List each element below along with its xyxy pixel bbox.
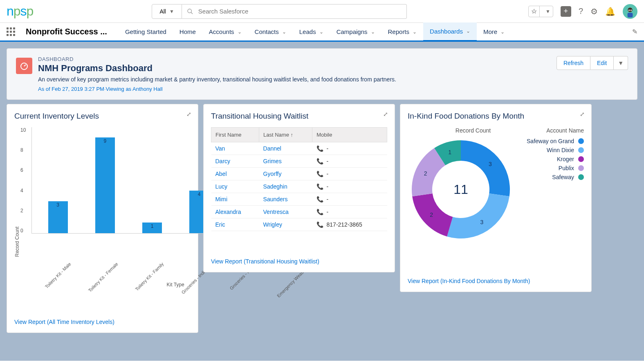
first-name-cell[interactable]: Alexandra [211,206,259,218]
first-name-cell[interactable]: Van [211,142,259,155]
logo: npsp [7,4,33,19]
bar[interactable]: 9 [95,137,115,233]
dashboard-header: DASHBOARD NMH Programs Dashboard An over… [7,48,637,100]
svg-text:1: 1 [448,149,451,155]
svg-text:3: 3 [480,219,483,225]
favorites-button[interactable]: ☆▼ [528,6,553,17]
phone-icon: 📞 [316,145,323,152]
svg-point-0 [188,9,191,13]
bell-icon[interactable]: 🔔 [605,7,615,16]
search-filter-dropdown[interactable]: All▼ [152,4,182,19]
view-report-link[interactable]: View Report (In-Kind Food Donations By M… [408,278,530,284]
search-input[interactable] [198,8,402,15]
bar[interactable]: 3 [48,201,68,233]
expand-icon[interactable]: ⤢ [186,111,191,117]
cards-row: ⤢ Current Inventory Levels Record Count … [7,104,637,333]
nav-item-leads[interactable]: Leads⌄ [293,22,330,41]
nav-item-contacts[interactable]: Contacts⌄ [248,22,293,41]
mobile-cell[interactable]: 📞 817-212-3865 [312,218,387,231]
donut-chart: 33221 11 [408,136,514,243]
mobile-cell[interactable]: 📞 - [312,168,387,180]
page-desc: An overview of key program metrics inclu… [38,76,396,83]
first-name-cell[interactable]: Darcy [211,155,259,168]
nav-item-reports[interactable]: Reports⌄ [381,22,424,41]
content: DASHBOARD NMH Programs Dashboard An over… [0,42,644,361]
chevron-down-icon: ⌄ [319,29,323,35]
mobile-cell[interactable]: 📞 - [312,155,387,168]
phone-icon: 📞 [316,158,323,164]
last-name-cell[interactable]: Ventresca [259,206,312,218]
first-name-cell[interactable]: Mimi [211,193,259,206]
table-row: AbelGyorffy📞 - [211,168,387,180]
table-row: VanDannel📞 - [211,142,387,155]
svg-point-6 [631,9,632,11]
phone-icon: 📞 [316,221,323,228]
donut-slice[interactable] [461,140,510,196]
donut-label: Record Count [432,127,514,134]
last-name-cell[interactable]: Dannel [259,142,312,155]
global-actions-button[interactable]: + [561,6,571,17]
column-header[interactable]: Last Name ↑ [259,128,312,142]
legend-item[interactable]: Safeway on Grand [527,138,584,144]
last-name-cell[interactable]: Gyorffy [259,168,312,180]
more-actions-button[interactable]: ▼ [614,56,628,70]
svg-point-5 [628,9,630,11]
nav-item-accounts[interactable]: Accounts⌄ [202,22,248,41]
svg-text:3: 3 [489,161,492,167]
last-name-cell[interactable]: Sadeghin [259,180,312,193]
chevron-down-icon: ⌄ [238,29,242,35]
legend-item[interactable]: Kroger [527,156,584,162]
avatar[interactable] [623,4,637,19]
nav-item-dashboards[interactable]: Dashboards⌄ [423,22,477,41]
column-header[interactable]: Mobile [312,128,387,142]
mobile-cell[interactable]: 📞 - [312,193,387,206]
app-launcher-icon[interactable] [7,27,15,36]
search-container: All▼ [152,4,406,19]
phone-icon: 📞 [316,171,323,177]
plus-icon: + [564,7,568,16]
first-name-cell[interactable]: Eric [211,218,259,231]
donut-slice[interactable] [447,193,509,238]
expand-icon[interactable]: ⤢ [383,111,388,117]
gear-icon[interactable]: ⚙ [590,7,598,16]
last-name-cell[interactable]: Wrigley [259,218,312,231]
first-name-cell[interactable]: Lucy [211,180,259,193]
table-row: LucySadeghin📞 - [211,180,387,193]
inventory-card: ⤢ Current Inventory Levels Record Count … [7,104,198,333]
column-header[interactable]: First Name [211,128,259,142]
view-report-link[interactable]: View Report (All Time Inventory Levels) [14,319,114,325]
nav-item-home[interactable]: Home [173,22,202,41]
expand-icon[interactable]: ⤢ [580,111,585,117]
table-row: AlexandraVentresca📞 - [211,206,387,218]
card-title: In-Kind Food Donations By Month [408,112,584,121]
bar[interactable]: 1 [142,223,162,233]
last-name-cell[interactable]: Saunders [259,193,312,206]
legend-item[interactable]: Safeway [527,174,584,180]
last-name-cell[interactable]: Grimes [259,155,312,168]
legend-item[interactable]: Winn Dixie [527,147,584,153]
nav-item-getting-started[interactable]: Getting Started [119,22,173,41]
svg-text:2: 2 [424,170,427,177]
nav-item-campaigns[interactable]: Campaigns⌄ [330,22,381,41]
view-report-link[interactable]: View Report (Transitional Housing Waitli… [211,258,319,265]
mobile-cell[interactable]: 📞 - [312,180,387,193]
svg-rect-7 [628,13,633,17]
chevron-down-icon: ⌄ [371,29,375,35]
refresh-button[interactable]: Refresh [556,56,590,70]
help-icon[interactable]: ? [579,7,583,16]
first-name-cell[interactable]: Abel [211,168,259,180]
x-axis-label: Kit Type [31,282,319,288]
legend-title: Account Name [527,127,584,134]
search-box[interactable] [182,4,407,19]
mobile-cell[interactable]: 📞 - [312,206,387,218]
phone-icon: 📞 [316,183,323,190]
x-tick-label: Toiletry Kit - Female [88,261,119,293]
edit-nav-icon[interactable]: ✎ [632,28,637,36]
svg-text:2: 2 [430,211,433,218]
mobile-cell[interactable]: 📞 - [312,142,387,155]
table-row: MimiSaunders📞 - [211,193,387,206]
edit-button[interactable]: Edit [590,56,614,70]
nav-item-more[interactable]: More⌄ [477,22,511,41]
phone-icon: 📞 [316,196,323,202]
legend-item[interactable]: Publix [527,165,584,171]
